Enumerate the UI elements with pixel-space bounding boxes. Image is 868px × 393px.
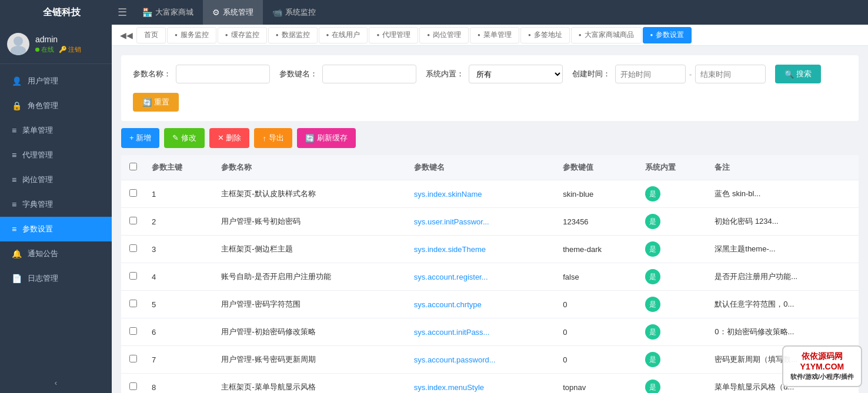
row-name: 账号自助-是否开启用户注册功能 [214,263,407,291]
header-value: 参数键值 [556,155,638,180]
username-label: admin [35,35,81,44]
row-value: topnav [556,374,638,394]
log-icon: 📄 [12,274,22,283]
row-checkbox[interactable] [129,300,137,307]
row-checkbox[interactable] [129,327,137,335]
breadcrumb-tab-post-mgmt[interactable]: ●岗位管理 [419,27,469,43]
breadcrumb-tab-online-users[interactable]: ●在线用户 [319,27,368,43]
breadcrumb-tab-agent-mgmt[interactable]: ●代理管理 [369,27,418,43]
system-builtin-filter: 系统内置： 所有 是 否 [426,65,563,83]
row-checkbox[interactable] [129,272,137,280]
breadcrumb-tab-cache-monitor[interactable]: ●缓存监控 [218,27,267,43]
row-checkbox-cell [121,208,145,236]
table-row: 1 主框架页-默认皮肤样式名称 sys.index.skinName skin-… [121,180,859,208]
date-dash: - [689,70,692,79]
row-checkbox[interactable] [129,217,137,224]
breadcrumb-tabs: 首页 ●服务监控 ●缓存监控 ●数据监控 ●在线用户 ●代理管理 ●岗位管理 ●… [136,27,863,43]
content-area: ◀◀ 首页 ●服务监控 ●缓存监控 ●数据监控 ●在线用户 ●代理管理 ●岗位管… [112,25,868,393]
end-date-input[interactable] [695,65,766,83]
breadcrumb-tab-param-settings[interactable]: ●参数设置 [643,27,692,43]
breadcrumb-tab-home[interactable]: 首页 [136,27,166,43]
table-row: 4 账号自助-是否开启用户注册功能 sys.account.register..… [121,263,859,291]
param-icon: ≡ [12,224,16,234]
row-remark: 0：初始密码修改策略... [707,318,859,346]
select-all-checkbox[interactable] [129,163,137,170]
row-id: 5 [145,291,214,318]
header-remark: 备注 [707,155,859,180]
sidebar-item-agent-mgmt[interactable]: ≡ 代理管理 [0,143,112,167]
sidebar-item-role-mgmt[interactable]: 🔒 角色管理 [0,93,112,118]
reset-button[interactable]: 🔄 重置 [133,93,179,112]
param-name-label: 参数名称： [133,69,171,79]
row-checkbox[interactable] [129,382,137,390]
row-name: 用户管理-账号密码更新周期 [214,346,407,374]
top-nav-tab-dafu[interactable]: 🏪 大富家商城 [133,0,203,25]
row-checkbox[interactable] [129,244,137,252]
sidebar-item-menu-mgmt[interactable]: ≡ 菜单管理 [0,118,112,143]
param-key-input[interactable] [322,65,416,83]
row-checkbox-cell [121,263,145,291]
table-row: 6 用户管理-初始密码修改策略 sys.account.initPass... … [121,318,859,346]
sidebar-item-user-mgmt[interactable]: 👤 用户管理 [0,69,112,93]
sidebar-item-dict-mgmt[interactable]: ≡ 字典管理 [0,192,112,217]
top-nav-tab-monitor[interactable]: 📹 系统监控 [263,0,325,25]
breadcrumb-left-button[interactable]: ◀◀ [116,31,136,40]
logout-button[interactable]: 🔑 注销 [59,45,81,54]
row-id: 4 [145,263,214,291]
row-id: 6 [145,318,214,346]
search-button[interactable]: 🔍 搜索 [775,65,821,83]
delete-button[interactable]: ✕ 删除 [209,128,250,148]
row-remark: 是否开启注册用户功能... [707,263,859,291]
create-time-filter: 创建时间： - [572,65,766,83]
row-key: sys.account.password... [407,346,556,374]
header-builtin: 系统内置 [638,155,707,180]
row-key: sys.account.initPass... [407,318,556,346]
sidebar-item-post-mgmt[interactable]: ≡ 岗位管理 [0,167,112,192]
watermark: 依依源码网 Y1YM.COM 软件/游戏/小程序/插件 [782,345,862,387]
add-button[interactable]: + 新增 [121,128,159,148]
table-row: 5 用户管理-密码字符范围 sys.account.chrtype 0 是 默认… [121,291,859,318]
row-value: 0 [556,318,638,346]
sidebar-item-notice[interactable]: 🔔 通知公告 [0,241,112,266]
refresh-icon: 🔄 [305,134,315,143]
sidebar-item-param-settings[interactable]: ≡ 参数设置 [0,217,112,241]
data-table: 参数主键 参数名称 参数键名 参数键值 系统内置 备注 1 主框架页-默认皮肤样… [121,155,859,393]
table-row: 2 用户管理-账号初始密码 sys.user.initPasswor... 12… [121,208,859,236]
row-builtin: 是 [638,236,707,263]
breadcrumb-tab-data-monitor[interactable]: ●数据监控 [268,27,318,43]
watermark-url: Y1YM.COM [790,362,854,371]
edit-button[interactable]: ✎ 修改 [164,128,205,148]
row-checkbox[interactable] [129,355,137,362]
refresh-button[interactable]: 🔄 刷新缓存 [297,128,356,148]
avatar [7,33,29,55]
export-icon: ↑ [262,134,266,143]
header-key: 参数键名 [407,155,556,180]
system-builtin-select[interactable]: 所有 是 否 [469,65,563,83]
row-checkbox[interactable] [129,189,137,197]
param-table: 参数主键 参数名称 参数键名 参数键值 系统内置 备注 1 主框架页-默认皮肤样… [121,155,859,393]
menu-toggle-icon[interactable]: ☰ [118,6,127,19]
dict-icon: ≡ [12,200,16,209]
breadcrumb-tab-multi-sign[interactable]: ●多签地址 [520,27,570,43]
breadcrumb-tab-menu-mgmt[interactable]: ●菜单管理 [470,27,519,43]
row-name: 用户管理-账号初始密码 [214,208,407,236]
start-date-input[interactable] [615,65,686,83]
row-builtin: 是 [638,180,707,208]
row-key: sys.user.initPasswor... [407,208,556,236]
sidebar-user-panel: admin 在线 🔑 注销 [0,25,112,64]
breadcrumb-tab-dafu-products[interactable]: ●大富家商城商品 [571,27,642,43]
param-name-input[interactable] [176,65,270,83]
top-nav-tab-system[interactable]: ⚙ 系统管理 [203,0,263,25]
row-key: sys.index.menuStyle [407,374,556,394]
svg-point-1 [11,46,26,55]
bell-icon: 🔔 [12,249,22,258]
breadcrumb-tab-service-monitor[interactable]: ●服务监控 [167,27,216,43]
filter-bar: 参数名称： 参数键名： 系统内置： 所有 是 否 创建时间： [121,55,859,121]
sidebar-item-log-mgmt[interactable]: 📄 日志管理 [0,266,112,291]
param-key-filter: 参数键名： [279,65,416,83]
sidebar-collapse-button[interactable]: ‹ [0,372,112,393]
row-checkbox-cell [121,346,145,374]
export-button[interactable]: ↑ 导出 [254,128,292,148]
breadcrumb-bar: ◀◀ 首页 ●服务监控 ●缓存监控 ●数据监控 ●在线用户 ●代理管理 ●岗位管… [112,25,868,46]
lock-icon: 🔒 [12,101,22,110]
